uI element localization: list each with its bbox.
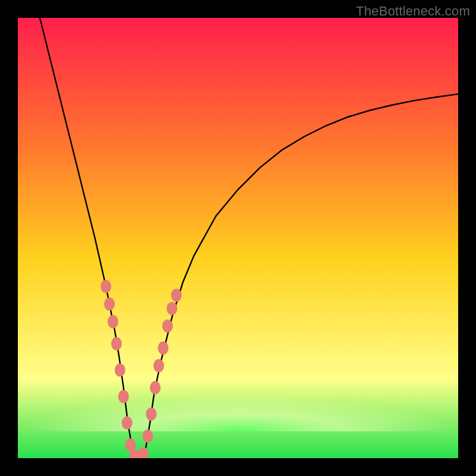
curve-marker bbox=[171, 289, 181, 302]
chart-svg bbox=[18, 18, 458, 458]
curve-marker bbox=[154, 359, 164, 372]
curve-marker bbox=[158, 342, 168, 355]
curve-marker bbox=[162, 320, 173, 333]
curve-marker bbox=[115, 364, 126, 377]
curve-marker bbox=[104, 298, 115, 311]
plot-area bbox=[18, 18, 458, 458]
curve-marker bbox=[142, 430, 153, 443]
curve-marker bbox=[146, 408, 156, 421]
curve-marker bbox=[167, 302, 177, 315]
watermark-text: TheBottleneck.com bbox=[356, 4, 470, 19]
bottom-glow bbox=[18, 360, 458, 431]
curve-marker bbox=[111, 337, 122, 350]
curve-marker bbox=[118, 390, 129, 403]
curve-marker bbox=[108, 315, 118, 328]
curve-marker bbox=[150, 381, 161, 394]
curve-marker bbox=[122, 416, 133, 430]
chart-frame: TheBottleneck.com bbox=[0, 0, 476, 476]
curve-marker bbox=[101, 280, 111, 293]
